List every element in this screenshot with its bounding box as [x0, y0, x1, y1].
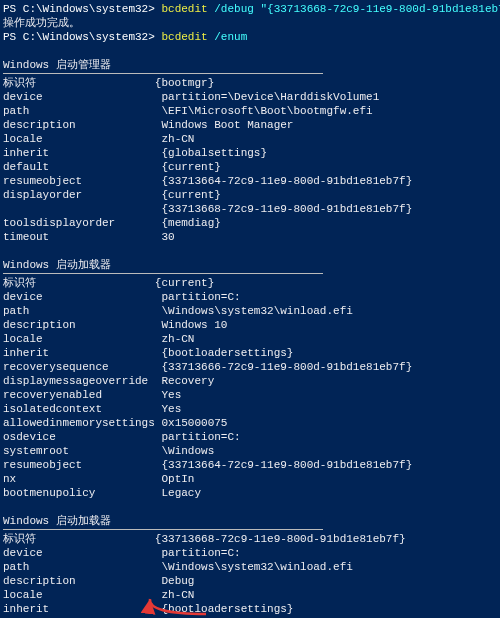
prompt-line-2[interactable]: PS C:\Windows\system32> bcdedit /enum [3, 30, 497, 44]
prompt-line-1[interactable]: PS C:\Windows\system32> bcdedit /debug "… [3, 2, 497, 16]
output-row: 标识符 {bootmgr} [3, 76, 497, 90]
output-row: inherit {bootloadersettings} [3, 346, 497, 360]
output-row: systemroot \Windows [3, 444, 497, 458]
ps-prompt: PS C:\Windows\system32> [3, 31, 155, 43]
output-row: path \EFI\Microsoft\Boot\bootmgfw.efi [3, 104, 497, 118]
output-row: device partition=C: [3, 290, 497, 304]
output-row: 标识符 {33713668-72c9-11e9-800d-91bd1e81eb7… [3, 532, 497, 546]
output-row: description Windows 10 [3, 318, 497, 332]
cmd-args: /debug "{33713668-72c9-11e9-800d-91bd1e8… [208, 3, 500, 15]
cmd-exe: bcdedit [155, 31, 208, 43]
output-row: nx OptIn [3, 472, 497, 486]
output-row: locale zh-CN [3, 132, 497, 146]
output-row: default {current} [3, 160, 497, 174]
output-row: 标识符 {current} [3, 276, 497, 290]
output-row: device partition=\Device\HarddiskVolume1 [3, 90, 497, 104]
output-row: isolatedcontext Yes [3, 402, 497, 416]
section1-rows: 标识符 {bootmgr}device partition=\Device\Ha… [3, 76, 497, 244]
output-row: description Debug [3, 574, 497, 588]
section3-divider [3, 529, 323, 530]
output-row: inherit {globalsettings} [3, 146, 497, 160]
output-row: displaymessageoverride Recovery [3, 374, 497, 388]
section1-divider [3, 73, 323, 74]
section1-title: Windows 启动管理器 [3, 58, 497, 72]
output-row: inherit {bootloadersettings} [3, 602, 497, 616]
output-row: timeout 30 [3, 230, 497, 244]
cmd-exe: bcdedit [155, 3, 208, 15]
output-row: resumeobject {33713664-72c9-11e9-800d-91… [3, 174, 497, 188]
output-row: recoverysequence {33713666-72c9-11e9-800… [3, 360, 497, 374]
output-row: osdevice partition=C: [3, 430, 497, 444]
section2-rows: 标识符 {current}device partition=C:path \Wi… [3, 276, 497, 500]
output-row: device partition=C: [3, 546, 497, 560]
output-row: displayorder {current} [3, 188, 497, 202]
section2-divider [3, 273, 323, 274]
output-row: locale zh-CN [3, 588, 497, 602]
section3-title: Windows 启动加载器 [3, 514, 497, 528]
output-row: bootmenupolicy Legacy [3, 486, 497, 500]
ps-prompt: PS C:\Windows\system32> [3, 3, 155, 15]
section2-title: Windows 启动加载器 [3, 258, 497, 272]
output-row: recoveryenabled Yes [3, 388, 497, 402]
output-row: locale zh-CN [3, 332, 497, 346]
output-row: description Windows Boot Manager [3, 118, 497, 132]
cmd1-result: 操作成功完成。 [3, 16, 497, 30]
output-row: toolsdisplayorder {memdiag} [3, 216, 497, 230]
output-row: allowedinmemorysettings 0x15000075 [3, 416, 497, 430]
output-row: resumeobject {33713664-72c9-11e9-800d-91… [3, 458, 497, 472]
section3-rows: 标识符 {33713668-72c9-11e9-800d-91bd1e81eb7… [3, 532, 497, 618]
cmd-args: /enum [208, 31, 248, 43]
output-row: path \Windows\system32\winload.efi [3, 304, 497, 318]
output-row: path \Windows\system32\winload.efi [3, 560, 497, 574]
output-row: {33713668-72c9-11e9-800d-91bd1e81eb7f} [3, 202, 497, 216]
